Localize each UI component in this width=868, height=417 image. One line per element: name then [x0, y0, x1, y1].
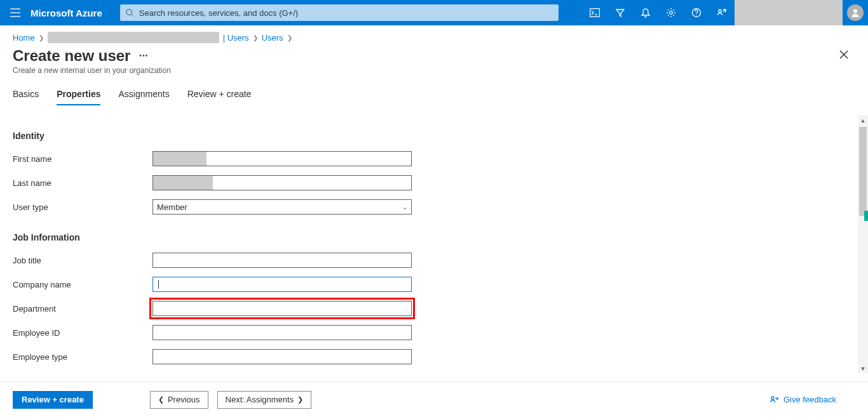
section-title-identity: Identity	[13, 131, 855, 141]
avatar[interactable]	[843, 0, 868, 25]
chevron-right-icon: ❯	[297, 395, 303, 404]
section-title-job: Job Information	[13, 232, 855, 242]
page-header: Create new user ••• Create a new interna…	[0, 43, 868, 75]
help-icon[interactable]	[684, 0, 709, 25]
user-type-select[interactable]: Member ⌄	[153, 199, 412, 215]
hamburger-icon[interactable]	[0, 0, 31, 25]
employee-id-field[interactable]	[153, 325, 412, 340]
scroll-thumb[interactable]	[859, 127, 867, 216]
brand-label[interactable]: Microsoft Azure	[31, 8, 102, 18]
svg-point-11	[853, 10, 857, 13]
svg-point-7	[670, 11, 673, 15]
page-subtitle: Create a new internal user in your organ…	[13, 66, 855, 75]
svg-point-10	[719, 10, 721, 12]
company-name-field[interactable]	[153, 277, 412, 292]
employee-type-label: Employee type	[13, 352, 153, 362]
chevron-left-icon: ❮	[158, 395, 164, 404]
notifications-icon[interactable]	[633, 0, 658, 25]
employee-type-field[interactable]	[153, 349, 412, 364]
tab-assignments[interactable]: Assignments	[118, 89, 169, 105]
footer: Review + create ❮ Previous Next: Assignm…	[0, 381, 868, 417]
first-name-label: First name	[13, 154, 153, 164]
account-redacted	[735, 0, 843, 25]
scroll-down-arrow-icon[interactable]: ▼	[858, 364, 868, 374]
job-title-field[interactable]	[153, 253, 412, 268]
last-name-label: Last name	[13, 178, 153, 188]
review-create-button[interactable]: Review + create	[13, 391, 93, 409]
breadcrumb-users2[interactable]: Users	[262, 33, 283, 43]
svg-point-3	[126, 10, 132, 15]
scrollbar[interactable]: ▲ ▼	[858, 116, 868, 374]
user-type-label: User type	[13, 202, 153, 212]
top-icon-bar	[582, 0, 735, 25]
chevron-right-icon: ❯	[39, 34, 44, 41]
settings-gear-icon[interactable]	[658, 0, 684, 25]
global-search-input[interactable]: Search resources, services, and docs (G+…	[120, 4, 559, 21]
close-icon[interactable]	[837, 48, 850, 61]
cloudshell-icon[interactable]	[582, 0, 607, 25]
chevron-right-icon: ❯	[287, 34, 292, 41]
breadcrumb-home[interactable]: Home	[13, 33, 35, 43]
more-ellipsis-icon[interactable]: •••	[139, 51, 149, 59]
department-field[interactable]	[153, 301, 412, 316]
top-bar: Microsoft Azure Search resources, servic…	[0, 0, 868, 25]
form: Identity First name Last name User type …	[0, 116, 868, 374]
tab-review-create[interactable]: Review + create	[187, 89, 252, 105]
first-name-field[interactable]	[153, 151, 412, 166]
svg-line-4	[131, 15, 133, 17]
text-caret	[158, 280, 159, 289]
tab-row: Basics Properties Assignments Review + c…	[13, 89, 855, 105]
job-title-label: Job title	[13, 256, 153, 265]
breadcrumb-redacted[interactable]	[48, 32, 219, 43]
page-title: Create new user	[13, 47, 130, 65]
search-placeholder: Search resources, services, and docs (G+…	[139, 8, 298, 18]
feedback-icon[interactable]	[709, 0, 735, 25]
give-feedback-link[interactable]: Give feedback	[770, 395, 836, 405]
scroll-up-arrow-icon[interactable]: ▲	[858, 116, 868, 126]
give-feedback-label: Give feedback	[783, 395, 836, 404]
employee-id-label: Employee ID	[13, 328, 153, 338]
form-scroll-area: Identity First name Last name User type …	[0, 116, 868, 374]
filter-icon[interactable]	[607, 0, 633, 25]
svg-point-14	[771, 396, 774, 399]
next-button[interactable]: Next: Assignments ❯	[217, 391, 312, 409]
tab-properties[interactable]: Properties	[57, 89, 100, 105]
side-indicator	[864, 211, 868, 221]
svg-rect-5	[590, 9, 600, 17]
chevron-right-icon: ❯	[253, 34, 258, 41]
svg-point-9	[696, 15, 696, 15]
user-type-value: Member	[157, 202, 187, 212]
company-name-label: Company name	[13, 280, 153, 289]
chevron-down-icon: ⌄	[402, 204, 407, 211]
breadcrumb: Home ❯ | Users ❯ Users ❯	[0, 25, 868, 43]
department-label: Department	[13, 304, 153, 314]
breadcrumb-users1[interactable]: | Users	[223, 33, 249, 43]
tab-basics[interactable]: Basics	[13, 89, 39, 105]
last-name-field[interactable]	[153, 175, 412, 190]
previous-button[interactable]: ❮ Previous	[150, 391, 208, 409]
